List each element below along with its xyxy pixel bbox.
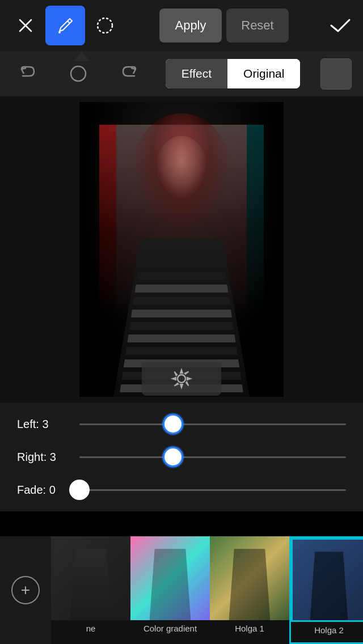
toolbar-indicator: [74, 51, 90, 61]
filter-label-ne: ne: [51, 620, 130, 633]
svg-point-5: [178, 375, 185, 383]
filter-label-holga1: Holga 1: [210, 620, 289, 633]
redo-button[interactable]: [114, 58, 145, 90]
right-slider-row: Right: 3: [17, 446, 346, 468]
brush-tool-button[interactable]: [45, 6, 85, 45]
left-slider-label: Left: 3: [17, 418, 79, 431]
filter-item-holga1[interactable]: Holga 1: [210, 536, 289, 644]
fade-slider-row: Fade: 0: [17, 478, 346, 501]
right-slider-label: Right: 3: [17, 451, 79, 464]
svg-point-3: [98, 18, 112, 33]
fade-slider[interactable]: [79, 478, 346, 501]
plus-icon: +: [11, 576, 40, 604]
confirm-button[interactable]: [323, 9, 357, 43]
apply-button[interactable]: Apply: [159, 9, 222, 43]
effect-original-toggle[interactable]: Effect Original: [166, 59, 301, 88]
undo-button[interactable]: [11, 58, 43, 90]
effect-tab[interactable]: Effect: [166, 59, 227, 88]
close-button[interactable]: [6, 6, 45, 45]
original-tab[interactable]: Original: [227, 59, 300, 88]
add-filter-button[interactable]: +: [0, 536, 51, 644]
secondary-toolbar: Effect Original: [0, 51, 363, 96]
eraser-button[interactable]: [63, 58, 94, 90]
right-slider[interactable]: [79, 446, 346, 468]
left-slider-row: Left: 3: [17, 413, 346, 435]
svg-point-4: [71, 66, 86, 81]
circle-tool-button[interactable]: [85, 6, 125, 45]
left-slider[interactable]: [79, 413, 346, 435]
photo-display: [79, 102, 284, 397]
filter-strip: + ne Color gradient Holga 1 Holga 2 Colo…: [0, 536, 363, 644]
settings-overlay[interactable]: [142, 362, 221, 396]
filter-item-holga2[interactable]: Holga 2: [289, 536, 363, 644]
svg-point-2: [58, 31, 61, 33]
image-thumbnail: [320, 58, 352, 90]
filter-item-ne[interactable]: ne: [51, 536, 130, 644]
filter-label-color-gradient: Color gradient: [130, 620, 210, 633]
image-canvas[interactable]: [0, 96, 363, 402]
sliders-panel: Left: 3 Right: 3 Fade: 0: [0, 402, 363, 511]
filter-label-holga2: Holga 2: [291, 622, 363, 635]
top-toolbar: Apply Reset: [0, 0, 363, 51]
reset-button[interactable]: Reset: [226, 9, 289, 43]
filter-item-color-gradient[interactable]: Color gradient: [130, 536, 210, 644]
